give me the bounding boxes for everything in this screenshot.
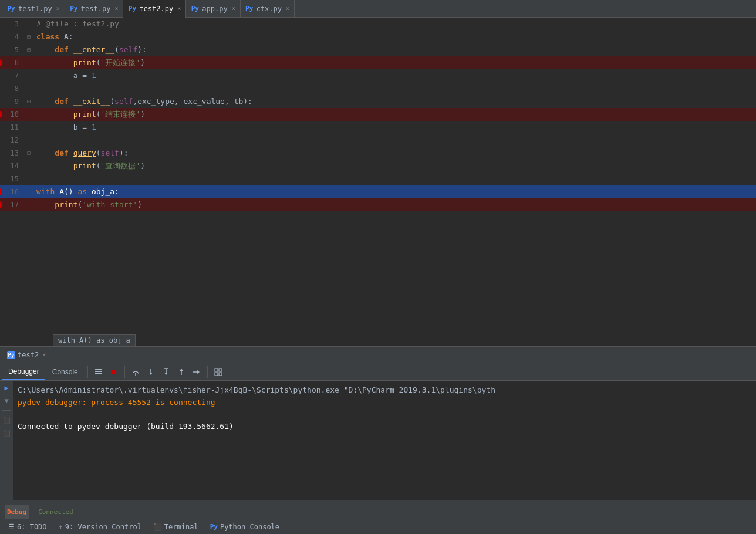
- line-code: def query(self):: [34, 147, 756, 160]
- svg-marker-14: [197, 370, 200, 374]
- debug-content: ▶ ▼ ⬛ ⬛ C:\Users\Administrator\.virtuale…: [0, 381, 756, 500]
- table-row: 7 a = 1: [0, 69, 756, 82]
- resume-icon[interactable]: ▶: [2, 383, 11, 393]
- fold-gutter: ⊟: [23, 31, 34, 43]
- line-number: 13: [0, 147, 23, 160]
- table-row: 6 print('开始连接'): [0, 56, 756, 69]
- fold-gutter: [23, 18, 34, 31]
- table-row: [0, 211, 756, 224]
- tab-apppy[interactable]: Py app.py ×: [186, 0, 240, 18]
- fold-gutter: ⊟: [23, 95, 34, 108]
- stop-button[interactable]: [107, 365, 121, 379]
- toolbar-separator3: [207, 366, 208, 378]
- sidebar-divider: [2, 410, 11, 411]
- tab-label: app.py: [202, 5, 227, 13]
- status-bar: Debug Connected: [0, 505, 756, 519]
- fold-gutter: ⊟: [23, 43, 34, 56]
- tab-testpy[interactable]: Py test.py ×: [65, 0, 124, 18]
- tab-ctxpy[interactable]: Py ctx.py ×: [241, 0, 295, 18]
- fold-gutter: ⊟: [23, 147, 34, 160]
- console-line: [18, 409, 751, 421]
- svg-marker-7: [149, 373, 153, 375]
- code-content[interactable]: 3 # @file : test2.py 4 ⊟ class A: 5: [0, 18, 756, 346]
- step-into-button[interactable]: [144, 365, 158, 379]
- debug-panel: Py test2 × Debugger Console: [0, 346, 756, 505]
- session-tab-close[interactable]: ×: [42, 352, 46, 358]
- line-code: print('开始连接'): [34, 56, 756, 69]
- sidebar-icon3[interactable]: ⬛: [2, 415, 11, 425]
- table-row: 17 print('with start'): [0, 198, 756, 211]
- debug-status[interactable]: Debug: [5, 505, 29, 519]
- sidebar-icon4[interactable]: ⬛: [2, 428, 11, 438]
- toolbar-separator: [87, 366, 88, 378]
- pause-icon[interactable]: ▼: [2, 396, 11, 405]
- py-icon: Py: [191, 5, 199, 13]
- rerun-button[interactable]: [92, 365, 106, 379]
- status-left: Debug Connected: [5, 505, 76, 519]
- table-row: 3 # @file : test2.py: [0, 18, 756, 31]
- tab-close-icon[interactable]: ×: [114, 5, 118, 12]
- svg-rect-3: [112, 370, 116, 374]
- tab-test2py[interactable]: Py test2.py ×: [123, 0, 186, 18]
- python-console-tab[interactable]: Py Python Console: [204, 519, 285, 535]
- line-code: class A:: [34, 31, 756, 43]
- tab-close-icon[interactable]: ×: [286, 5, 289, 12]
- svg-rect-18: [219, 373, 222, 376]
- line-code: # @file : test2.py: [34, 18, 756, 31]
- fold-gutter: [23, 173, 34, 185]
- table-row: 15: [0, 173, 756, 185]
- line-number: 8: [0, 82, 23, 95]
- toolbar-separator2: [124, 366, 125, 378]
- fold-gutter: [23, 160, 34, 173]
- todo-tab[interactable]: ☰ 6: TODO: [2, 519, 53, 535]
- fold-gutter: [23, 121, 34, 134]
- line-number: 7: [0, 69, 23, 82]
- tab-close-icon[interactable]: ×: [56, 5, 60, 12]
- svg-rect-15: [215, 369, 218, 371]
- tab-label: test.py: [81, 5, 111, 13]
- breakpoint-dot: [0, 201, 2, 208]
- console-line: Connected to pydev debugger (build 193.5…: [18, 421, 751, 433]
- connected-label: Connected: [38, 508, 73, 516]
- console-output: C:\Users\Administrator\.virtualenvs\fish…: [13, 381, 756, 500]
- table-row: 9 ⊟ def __exit__(self,exc_type, exc_valu…: [0, 95, 756, 108]
- debug-tabs-bar: Py test2 ×: [0, 347, 756, 363]
- debug-session-tab[interactable]: Py test2 ×: [2, 347, 50, 363]
- step-out-button[interactable]: [174, 365, 188, 379]
- line-code: def __enter__(self):: [34, 43, 756, 56]
- line-number: 4: [0, 31, 23, 43]
- step-over-button[interactable]: [129, 365, 143, 379]
- svg-marker-12: [180, 369, 183, 371]
- debugger-tab-btn[interactable]: Debugger: [2, 364, 45, 380]
- terminal-icon: ⬛: [153, 523, 162, 531]
- debug-label: Debug: [7, 508, 26, 516]
- connected-status[interactable]: Connected: [36, 505, 76, 519]
- tab-close-icon[interactable]: ×: [177, 5, 181, 12]
- tab-close-icon[interactable]: ×: [232, 5, 235, 12]
- run-to-cursor-button[interactable]: [190, 365, 204, 379]
- line-number: [0, 211, 23, 224]
- table-row: 12: [0, 134, 756, 147]
- svg-rect-1: [95, 371, 102, 372]
- console-tab-btn[interactable]: Console: [46, 364, 84, 380]
- step-into-my-button[interactable]: [159, 365, 173, 379]
- tab-label: test1.py: [18, 5, 52, 13]
- tab-test1py[interactable]: Py test1.py ×: [2, 0, 65, 18]
- svg-rect-2: [95, 373, 102, 374]
- evaluate-button[interactable]: [211, 365, 225, 379]
- line-code: [34, 82, 756, 95]
- line-number: 11: [0, 121, 23, 134]
- todo-icon: ☰: [8, 523, 15, 531]
- fold-gutter: [23, 108, 34, 121]
- line-number: 10: [0, 108, 23, 121]
- line-number: 17: [0, 198, 23, 211]
- bottom-tool-tabs: ☰ 6: TODO ↑ 9: Version Control ⬛ Termina…: [0, 519, 756, 534]
- table-row: 16 with A() as obj_a:: [0, 185, 756, 198]
- horizontal-scrollbar[interactable]: [0, 500, 756, 505]
- version-control-tab[interactable]: ↑ 9: Version Control: [53, 519, 147, 535]
- terminal-tab[interactable]: ⬛ Terminal: [147, 519, 204, 535]
- tab-bar: Py test1.py × Py test.py × Py test2.py ×…: [0, 0, 756, 18]
- line-code: [34, 134, 756, 147]
- line-number: 12: [0, 134, 23, 147]
- py-icon: Py: [7, 351, 15, 359]
